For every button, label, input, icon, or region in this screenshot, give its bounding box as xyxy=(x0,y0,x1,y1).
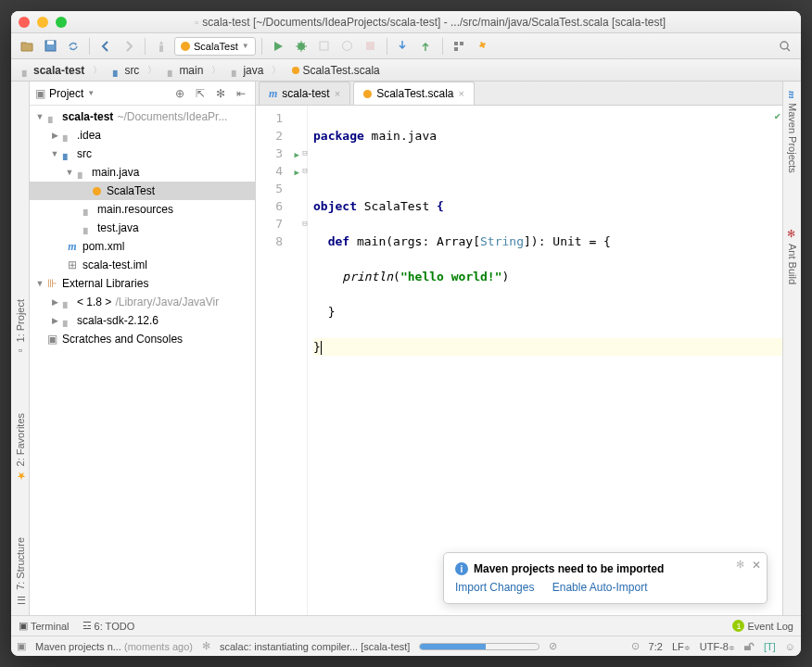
editor-tab[interactable]: mscala-test× xyxy=(259,82,350,105)
back-icon[interactable] xyxy=(95,36,116,57)
tree-node-root[interactable]: ▼▖scala-test~/Documents/IdeaPr... xyxy=(30,107,255,126)
maximize-window-button[interactable] xyxy=(56,17,67,28)
enable-auto-import-link[interactable]: Enable Auto-Import xyxy=(552,581,648,594)
left-tool-stripe: ▫1: Project ★2: Favorites ☰7: Structure xyxy=(11,82,30,615)
goto-line-icon[interactable]: ⊙ xyxy=(631,640,640,652)
project-panel: ▣ Project ▼ ⊕ ⇱ ✻ ⇤ ▼▖scala-test~/Docume… xyxy=(30,82,256,615)
import-changes-link[interactable]: Import Changes xyxy=(455,581,534,594)
build-icon[interactable] xyxy=(151,36,171,57)
code-editor[interactable]: 1 2 3▶⊟ 4▶⊟ 5 6 7⊟ 8 package main.java o… xyxy=(256,106,782,615)
tree-node[interactable]: ▶▖.idea xyxy=(30,126,255,145)
open-icon[interactable] xyxy=(17,36,37,57)
run-icon[interactable] xyxy=(268,36,288,57)
collapse-icon[interactable]: ⇱ xyxy=(192,85,209,102)
tree-node-selected[interactable]: ScalaTest xyxy=(30,182,255,200)
svg-point-4 xyxy=(343,42,352,51)
editor-gutter: 1 2 3▶⊟ 4▶⊟ 5 6 7⊟ 8 xyxy=(256,106,308,615)
window-title-text: scala-test [~/Documents/IdeaProjects/sca… xyxy=(202,16,666,29)
tree-node[interactable]: ▶▖scala-sdk-2.12.6 xyxy=(30,311,255,330)
vcs-commit-icon[interactable] xyxy=(416,36,437,57)
titlebar: ▫ scala-test [~/Documents/IdeaProjects/s… xyxy=(11,11,801,33)
chevron-down-icon[interactable]: ▼ xyxy=(87,89,95,97)
tree-node-external[interactable]: ▼⊪External Libraries xyxy=(30,274,255,293)
inspection-ok-icon[interactable]: ✔ xyxy=(774,107,780,125)
save-icon[interactable] xyxy=(40,36,60,57)
breadcrumb-item[interactable]: ScalaTest.scala xyxy=(286,64,393,77)
main-toolbar: ScalaTest ▼ xyxy=(11,33,801,59)
svg-point-2 xyxy=(298,43,305,50)
breadcrumb: ▖scala-test ▖src ▖main ▖java ScalaTest.s… xyxy=(11,59,801,82)
caret-position[interactable]: 7:2 xyxy=(649,641,663,652)
context-indicator[interactable]: [T] xyxy=(764,641,776,652)
minimize-window-button[interactable] xyxy=(37,17,48,28)
maven-tool-button[interactable]: mMaven Projects xyxy=(787,91,798,172)
stop-icon[interactable] xyxy=(361,36,381,57)
bottom-tool-stripe: ▣Terminal ☲6: TODO 1Event Log xyxy=(11,615,801,636)
editor-tab-active[interactable]: ScalaTest.scala× xyxy=(353,82,475,105)
tree-node[interactable]: ▶▖< 1.8 >/Library/Java/JavaVir xyxy=(30,293,255,311)
settings-icon[interactable] xyxy=(472,36,492,57)
statusbar: ▣ Maven projects n... (moments ago) ✻ sc… xyxy=(11,636,801,656)
run-config-label: ScalaTest xyxy=(194,41,238,52)
todo-tool-button[interactable]: ☲6: TODO xyxy=(82,620,135,632)
run-configuration-dropdown[interactable]: ScalaTest ▼ xyxy=(174,37,256,56)
code-body[interactable]: package main.java object ScalaTest { def… xyxy=(308,106,782,615)
close-window-button[interactable] xyxy=(19,17,30,28)
hector-icon[interactable]: ☺ xyxy=(785,641,795,652)
file-icon: ▫ xyxy=(195,16,198,29)
svg-rect-7 xyxy=(460,42,463,45)
coverage-icon[interactable] xyxy=(314,36,335,57)
ant-tool-button[interactable]: ✻Ant Build xyxy=(786,228,798,284)
status-message: Maven projects n... (moments ago) xyxy=(35,641,193,652)
file-encoding[interactable]: UTF-8≑ xyxy=(700,641,735,652)
scala-icon xyxy=(363,90,372,98)
tree-node[interactable]: ▼▖src xyxy=(30,145,255,163)
close-tab-icon[interactable]: × xyxy=(459,88,464,99)
project-tool-button[interactable]: ▫1: Project xyxy=(15,299,26,357)
hide-icon[interactable]: ⇤ xyxy=(233,85,249,102)
svg-rect-1 xyxy=(47,41,54,44)
tree-node-scratches[interactable]: ▣Scratches and Consoles xyxy=(30,330,255,348)
structure-tool-button[interactable]: ☰7: Structure xyxy=(14,537,26,606)
lock-icon[interactable]: 🔓︎ xyxy=(744,641,755,652)
project-structure-icon[interactable] xyxy=(449,36,469,57)
tree-node[interactable]: ▼▖main.java xyxy=(30,163,255,182)
event-log-button[interactable]: 1Event Log xyxy=(732,620,793,632)
breadcrumb-item[interactable]: ▖main xyxy=(162,64,226,77)
status-corner-icon[interactable]: ▣ xyxy=(17,640,26,652)
gear-icon[interactable]: ✻ xyxy=(736,559,744,571)
tree-node[interactable]: ▖test.java xyxy=(30,219,255,237)
tree-node[interactable]: ▖main.resources xyxy=(30,200,255,219)
progress-bar xyxy=(419,643,539,650)
line-ending[interactable]: LF≑ xyxy=(672,641,691,652)
sync-icon[interactable] xyxy=(63,36,83,57)
vcs-update-icon[interactable] xyxy=(393,36,413,57)
locate-icon[interactable]: ⊕ xyxy=(171,85,188,102)
stop-process-icon[interactable]: ⊘ xyxy=(549,640,557,652)
tree-node[interactable]: ⊞scala-test.iml xyxy=(30,256,255,274)
breadcrumb-item[interactable]: ▖scala-test xyxy=(17,64,108,77)
project-tree: ▼▖scala-test~/Documents/IdeaPr... ▶▖.ide… xyxy=(30,106,255,615)
gear-icon[interactable]: ✻ xyxy=(212,85,229,102)
scala-icon xyxy=(181,42,190,51)
editor-area: mscala-test× ScalaTest.scala× 1 2 3▶⊟ 4▶… xyxy=(256,82,782,615)
status-compiler-message: scalac: instantiating compiler... [scala… xyxy=(220,641,410,652)
favorites-tool-button[interactable]: ★2: Favorites xyxy=(14,413,26,482)
search-everywhere-icon[interactable] xyxy=(775,36,795,57)
import-notification: ✻ ✕ iMaven projects need to be imported … xyxy=(443,552,768,604)
profile-icon[interactable] xyxy=(337,36,358,57)
forward-icon[interactable] xyxy=(119,36,139,57)
tree-node[interactable]: mpom.xml xyxy=(30,237,255,256)
info-icon: i xyxy=(455,562,468,575)
breadcrumb-item[interactable]: ▖java xyxy=(226,64,286,77)
svg-point-9 xyxy=(780,42,788,49)
terminal-tool-button[interactable]: ▣Terminal xyxy=(19,620,70,632)
close-icon[interactable]: ✕ xyxy=(752,559,761,572)
svg-rect-5 xyxy=(366,42,374,50)
close-tab-icon[interactable]: × xyxy=(335,88,340,99)
project-view-icon: ▣ xyxy=(35,87,45,100)
breadcrumb-item[interactable]: ▖src xyxy=(108,64,162,77)
debug-icon[interactable] xyxy=(291,36,311,57)
editor-tabs: mscala-test× ScalaTest.scala× xyxy=(256,82,782,106)
window-controls xyxy=(19,17,67,28)
